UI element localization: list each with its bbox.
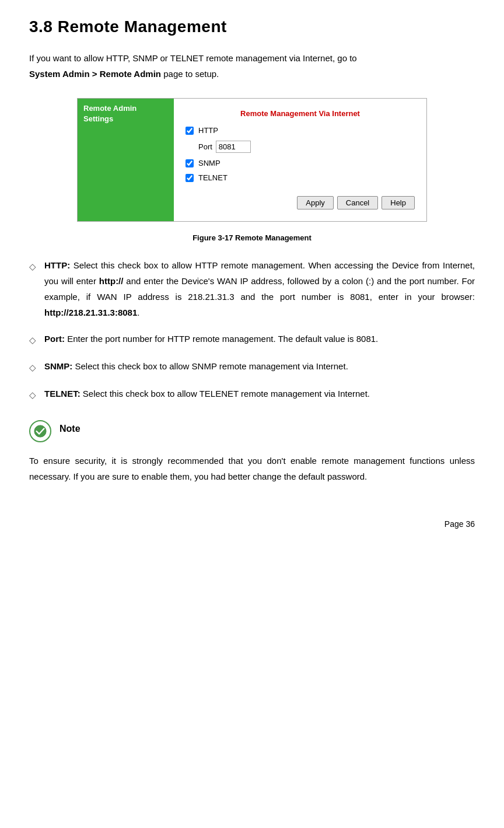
telnet-checkbox[interactable] [186,174,194,182]
sidebar-label: Remote Admin Settings [83,103,168,124]
term-telnet: TELNET: [44,389,80,399]
diamond-icon: ◇ [29,359,36,375]
intro-bold: System Admin > Remote Admin [29,69,161,79]
term-port: Port: [44,334,65,344]
term-http: HTTP: [44,260,70,270]
desc-snmp-text: Select this check box to allow SNMP remo… [75,361,348,371]
note-title: Note [60,424,80,434]
main-panel: Remote Management Via Internet HTTP Port… [174,99,426,221]
port-input[interactable]: 8081 [216,141,251,153]
desc-telnet: TELNET: Select this check box to allow T… [44,386,475,401]
list-item: ◇ Port: Enter the port number for HTTP r… [29,331,475,348]
button-row: Apply Cancel Help [186,196,415,209]
note-section: Note [29,420,475,442]
list-item: ◇ HTTP: Select this check box to allow H… [29,257,475,320]
desc-http-text: Select this check box to allow HTTP remo… [44,260,475,317]
term-snmp: SNMP: [44,361,72,371]
sidebar-panel: Remote Admin Settings [78,99,174,221]
desc-port-text: Enter the port number for HTTP remote ma… [67,334,378,344]
note-icon [29,420,51,442]
snmp-row: SNMP [186,159,415,167]
list-item: ◇ TELNET: Select this check box to allow… [29,386,475,403]
checkmark-svg [34,425,47,438]
list-item: ◇ SNMP: Select this check box to allow S… [29,358,475,375]
snmp-label: SNMP [198,159,220,167]
snmp-checkbox[interactable] [186,159,194,167]
desc-port: Port: Enter the port number for HTTP rem… [44,331,475,347]
desc-telnet-text: Select this check box to allow TELENET r… [83,389,370,399]
desc-http: HTTP: Select this check box to allow HTT… [44,257,475,320]
telnet-row: TELNET [186,173,415,182]
http-checkbox[interactable] [186,127,194,135]
intro-text1: If you want to allow HTTP, SNMP or TELNE… [29,53,357,63]
page-title: 3.8 Remote Management [29,18,475,36]
help-button[interactable]: Help [382,196,415,209]
desc-snmp: SNMP: Select this check box to allow SNM… [44,358,475,374]
intro-rest: page to setup. [161,69,219,79]
note-content: Note [60,420,80,434]
http-label: HTTP [198,126,218,135]
page-number: Page 36 [29,519,475,529]
description-list: ◇ HTTP: Select this check box to allow H… [29,257,475,403]
diamond-icon: ◇ [29,387,36,403]
diamond-icon: ◇ [29,258,36,274]
cancel-button[interactable]: Cancel [337,196,378,209]
note-text: To ensure security, it is strongly recom… [29,453,475,484]
apply-button[interactable]: Apply [297,196,334,209]
intro-paragraph: If you want to allow HTTP, SNMP or TELNE… [29,50,475,82]
telnet-label: TELNET [198,173,228,182]
panel-title: Remote Management Via Internet [186,109,415,118]
diamond-icon: ◇ [29,332,36,348]
port-row: Port 8081 [186,141,415,153]
router-ui-screenshot: Remote Admin Settings Remote Management … [77,98,427,222]
http-row: HTTP [186,126,415,135]
port-label: Port [198,142,212,151]
figure-caption: Figure 3-17 Remote Management [29,233,475,242]
